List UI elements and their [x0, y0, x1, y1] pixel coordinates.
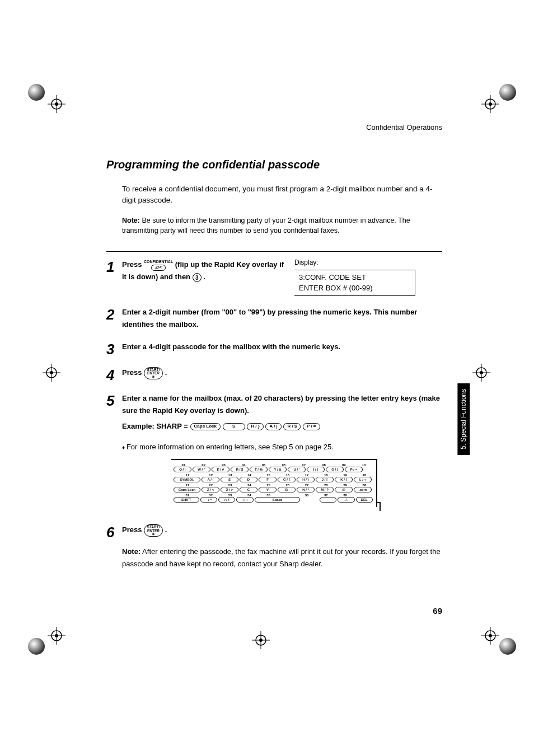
divider	[106, 251, 442, 252]
s-key-icon: S	[223, 423, 245, 430]
kb-key: I / (	[307, 467, 325, 472]
kb-key: Q / !	[174, 467, 191, 472]
step-5: 5 Enter a name for the mailbox (max. of …	[106, 392, 442, 433]
kb-key: C	[240, 487, 257, 492]
svg-point-7	[489, 102, 492, 106]
registration-mark-icon	[43, 364, 60, 382]
note-paragraph: Note: Be sure to inform the transmitting…	[122, 215, 442, 236]
kb-key: P / =	[345, 467, 363, 472]
print-sphere-icon	[28, 84, 45, 101]
registration-mark-icon	[481, 95, 499, 113]
kb-key: ~ / ^	[200, 497, 217, 503]
registration-mark-icon	[48, 95, 65, 113]
note-label: Note:	[122, 217, 140, 224]
step-2: 2 Enter a 2-digit number (from "00" to "…	[106, 306, 442, 331]
svg-point-3	[55, 102, 58, 106]
registration-mark-icon	[472, 364, 490, 382]
svg-point-11	[50, 371, 53, 374]
step-number: 1	[106, 260, 122, 274]
note2-label: Note:	[122, 547, 140, 556]
kb-key: DEL	[356, 497, 373, 503]
manual-page: Confidential Operations Programming the …	[106, 123, 442, 580]
kb-col-num: 36	[297, 494, 316, 497]
kb-key: G / {	[278, 477, 296, 482]
step-body: Enter a 2-digit number (from "00" to "99…	[122, 306, 442, 331]
step-6: 6 Press START/ ENTER ✳ . Note: After ent…	[106, 524, 442, 570]
kb-key: W / "	[193, 467, 210, 472]
kb-key: N / *	[297, 487, 315, 492]
step-body: Enter a 4-digit passcode for the mailbox…	[122, 341, 442, 353]
kb-key: M / ?	[316, 487, 334, 492]
registration-mark-icon	[48, 627, 65, 645]
kb-key: F	[259, 477, 277, 482]
step-1: 1 Press CONFIDENTIAL Z/< (flip up the Ra…	[106, 259, 442, 295]
lcd-display: 3:CONF. CODE SET ENTER BOX # (00-99)	[294, 270, 415, 295]
step-body: Press START/ ENTER ✳ .	[122, 367, 442, 379]
print-sphere-icon	[499, 84, 516, 101]
kb-key: B	[278, 487, 296, 492]
print-sphere-icon	[28, 638, 45, 655]
r-key-icon: R / $	[283, 423, 301, 430]
step-number: 4	[106, 368, 122, 382]
step-number: 5	[106, 393, 122, 408]
kb-key: J / [	[316, 477, 334, 482]
step-number: 6	[106, 525, 122, 539]
note2-body: After entering the passcode, the fax mac…	[122, 547, 441, 568]
a-key-icon: A / |	[265, 423, 281, 430]
kb-row-3: Caps LockZ / <X / >CVBN / *M / ?@.com	[174, 487, 374, 492]
kb-key: , / .	[338, 497, 354, 503]
step-4: 4 Press START/ ENTER ✳ .	[106, 367, 442, 382]
kb-key: Z / <	[202, 487, 219, 492]
start-enter-key-icon: START/ ENTER ✳	[144, 524, 163, 537]
kb-key: U / '	[288, 467, 306, 472]
key-3-icon: 3	[193, 273, 202, 282]
note-body: Be sure to inform the transmitting party…	[122, 217, 410, 234]
kb-key: X / >	[221, 487, 238, 492]
display-column: Display: 3:CONF. CODE SET ENTER BOX # (0…	[294, 259, 415, 295]
kb-key: SHIFT	[174, 497, 199, 503]
kb-key: / / \	[218, 497, 235, 503]
kb-key: V	[259, 487, 277, 492]
page-heading: Programming the confidential passcode	[106, 158, 442, 171]
kb-key: A / |	[202, 477, 219, 482]
kb-key: H / }	[297, 477, 315, 482]
kb-key: .com	[354, 487, 372, 492]
section-header: Confidential Operations	[106, 123, 442, 132]
capslock-key-icon: Caps Lock	[190, 423, 221, 430]
step-3: 3 Enter a 4-digit passcode for the mailb…	[106, 341, 442, 356]
page-number: 69	[106, 606, 442, 616]
step-body: Enter a name for the mailbox (max. of 20…	[122, 392, 442, 433]
kb-key: K / ]	[335, 477, 353, 482]
keyboard-diagram: 01020304050607080910 Q / !W / "E / #R / …	[171, 459, 377, 507]
p-key-icon: P / =	[303, 423, 320, 430]
kb-key: Y / &	[269, 467, 287, 472]
kb-key: -	[320, 497, 336, 503]
svg-point-19	[55, 634, 58, 637]
kb-row-1: Q / !W / "E / #R / $T / %Y / &U / 'I / (…	[174, 467, 374, 472]
kb-key: @	[335, 487, 353, 492]
h-key-icon: H / }	[247, 423, 264, 430]
intro-paragraph: To receive a confidential document, you …	[122, 184, 442, 205]
kb-key: D	[240, 477, 257, 482]
kb-key: R / $	[231, 467, 249, 472]
step-number: 2	[106, 307, 122, 322]
kb-row-2: SYMBOLA / |SDFG / {H / }J / [K / ]L / +	[174, 477, 374, 482]
step-body: Press START/ ENTER ✳ . Note: After enter…	[122, 524, 442, 570]
info-bullet: For more information on entering letters…	[122, 443, 442, 451]
registration-mark-icon	[252, 631, 270, 649]
kb-key: Space	[255, 497, 300, 503]
display-label: Display:	[294, 259, 415, 266]
confidential-key-icon: CONFIDENTIAL Z/<	[144, 260, 173, 270]
kb-key: O / )	[326, 467, 344, 472]
step-number: 3	[106, 342, 122, 356]
start-enter-key-icon: START/ ENTER ✳	[144, 367, 163, 379]
kb-key: L / +	[354, 477, 372, 482]
kb-key: E / #	[212, 467, 229, 472]
kb-key: S	[221, 477, 238, 482]
print-sphere-icon	[499, 638, 516, 655]
display-line-1: 3:CONF. CODE SET	[299, 273, 410, 283]
kb-key: : / ;	[236, 497, 253, 503]
svg-point-15	[480, 371, 483, 374]
kb-row-4: SHIFT~ / ^/ / \: / ;Space-, / .DEL	[174, 497, 374, 503]
svg-point-23	[259, 638, 263, 642]
